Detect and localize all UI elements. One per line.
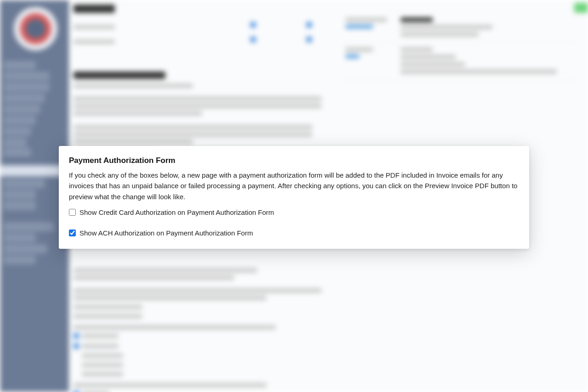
- checkbox-ach[interactable]: [69, 230, 76, 236]
- sidebar-item: [4, 105, 40, 114]
- checkbox-credit-card-label: Show Credit Card Authorization on Paymen…: [79, 208, 274, 216]
- sidebar-item: [4, 94, 45, 103]
- sidebar-item: [4, 127, 31, 136]
- sidebar-item: [4, 116, 36, 125]
- sidebar-item: [4, 222, 54, 231]
- sidebar-item: [4, 255, 36, 264]
- sidebar-item: [4, 233, 36, 242]
- modal-description: If you check any of the boxes below, a n…: [69, 170, 519, 202]
- sidebar-item: [4, 148, 31, 157]
- checkbox-ach-label: Show ACH Authorization on Payment Author…: [79, 229, 253, 237]
- modal-title: Payment Authorization Form: [69, 156, 519, 165]
- sidebar-item: [4, 179, 45, 188]
- sidebar-item: [4, 201, 36, 210]
- checkbox-credit-card[interactable]: [69, 209, 76, 216]
- sidebar-item: [4, 138, 27, 147]
- corner-badge: [574, 3, 588, 13]
- sidebar-item: [4, 72, 50, 81]
- checkbox-row-ach[interactable]: Show ACH Authorization on Payment Author…: [69, 229, 519, 237]
- checkbox-row-credit-card[interactable]: Show Credit Card Authorization on Paymen…: [69, 208, 519, 216]
- payment-authorization-modal: Payment Authorization Form If you check …: [59, 146, 529, 249]
- main-right-column: [340, 14, 579, 81]
- app-logo: [14, 7, 57, 50]
- sidebar-item: [4, 244, 47, 253]
- sidebar-item: [4, 83, 50, 92]
- settings-title: [74, 5, 115, 13]
- sidebar-item: [4, 61, 36, 70]
- sidebar-item: [4, 190, 36, 199]
